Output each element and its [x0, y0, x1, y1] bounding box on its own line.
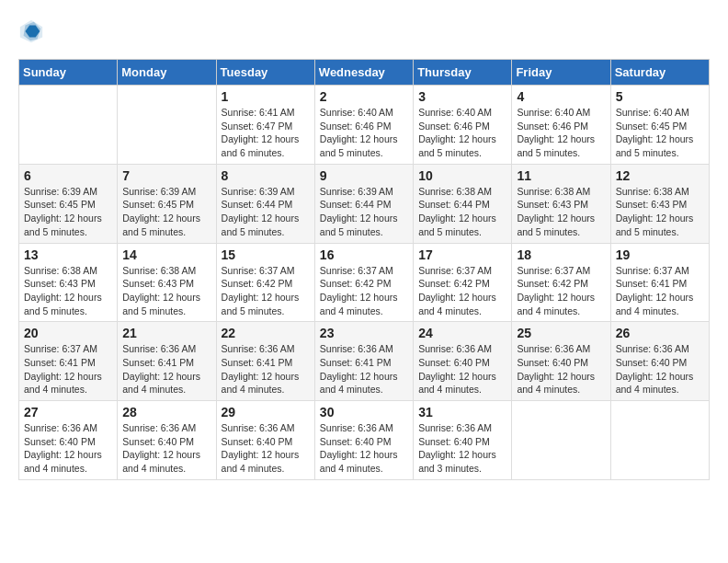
weekday-header-wednesday: Wednesday [314, 60, 413, 86]
calendar-cell: 2Sunrise: 6:40 AM Sunset: 6:46 PM Daylig… [314, 86, 413, 165]
day-info: Sunrise: 6:36 AM Sunset: 6:41 PM Dayligh… [222, 342, 310, 396]
day-number: 22 [222, 326, 310, 340]
calendar-cell [610, 401, 709, 480]
calendar-cell: 15Sunrise: 6:37 AM Sunset: 6:42 PM Dayli… [216, 243, 314, 322]
calendar-cell: 1Sunrise: 6:41 AM Sunset: 6:47 PM Daylig… [216, 86, 314, 165]
day-info: Sunrise: 6:36 AM Sunset: 6:40 PM Dayligh… [418, 421, 506, 476]
weekday-header-monday: Monday [118, 60, 216, 86]
week-row-1: 6Sunrise: 6:39 AM Sunset: 6:45 PM Daylig… [19, 164, 710, 243]
calendar-cell: 9Sunrise: 6:39 AM Sunset: 6:44 PM Daylig… [314, 164, 413, 243]
calendar-cell [118, 86, 216, 165]
week-row-4: 27Sunrise: 6:36 AM Sunset: 6:40 PM Dayli… [19, 401, 710, 480]
day-info: Sunrise: 6:36 AM Sunset: 6:40 PM Dayligh… [24, 421, 112, 476]
day-info: Sunrise: 6:36 AM Sunset: 6:41 PM Dayligh… [320, 342, 408, 396]
day-number: 7 [122, 168, 210, 183]
calendar-cell: 20Sunrise: 6:37 AM Sunset: 6:41 PM Dayli… [19, 322, 118, 401]
weekday-header-tuesday: Tuesday [216, 60, 314, 86]
day-number: 19 [616, 247, 704, 262]
calendar-cell: 11Sunrise: 6:38 AM Sunset: 6:43 PM Dayli… [512, 164, 610, 243]
day-info: Sunrise: 6:39 AM Sunset: 6:45 PM Dayligh… [24, 185, 112, 239]
day-number: 9 [320, 168, 408, 183]
day-info: Sunrise: 6:41 AM Sunset: 6:47 PM Dayligh… [222, 106, 310, 160]
week-row-0: 1Sunrise: 6:41 AM Sunset: 6:47 PM Daylig… [19, 86, 710, 165]
day-info: Sunrise: 6:40 AM Sunset: 6:46 PM Dayligh… [418, 106, 506, 160]
calendar-cell: 7Sunrise: 6:39 AM Sunset: 6:45 PM Daylig… [118, 164, 216, 243]
day-info: Sunrise: 6:36 AM Sunset: 6:40 PM Dayligh… [616, 342, 704, 396]
day-info: Sunrise: 6:36 AM Sunset: 6:41 PM Dayligh… [122, 342, 210, 396]
day-info: Sunrise: 6:39 AM Sunset: 6:44 PM Dayligh… [320, 185, 408, 239]
day-number: 13 [24, 247, 112, 262]
weekday-header-thursday: Thursday [414, 60, 512, 86]
day-info: Sunrise: 6:38 AM Sunset: 6:43 PM Dayligh… [122, 264, 210, 318]
day-number: 18 [517, 247, 605, 262]
day-info: Sunrise: 6:37 AM Sunset: 6:42 PM Dayligh… [320, 264, 408, 318]
calendar-cell: 25Sunrise: 6:36 AM Sunset: 6:40 PM Dayli… [512, 322, 610, 401]
week-row-2: 13Sunrise: 6:38 AM Sunset: 6:43 PM Dayli… [19, 243, 710, 322]
day-number: 10 [418, 168, 506, 183]
day-info: Sunrise: 6:36 AM Sunset: 6:40 PM Dayligh… [320, 421, 408, 476]
calendar-cell: 13Sunrise: 6:38 AM Sunset: 6:43 PM Dayli… [19, 243, 118, 322]
day-number: 23 [320, 326, 408, 340]
day-info: Sunrise: 6:36 AM Sunset: 6:40 PM Dayligh… [122, 421, 210, 476]
weekday-header-row: SundayMondayTuesdayWednesdayThursdayFrid… [19, 60, 710, 86]
day-info: Sunrise: 6:38 AM Sunset: 6:43 PM Dayligh… [616, 185, 704, 239]
day-info: Sunrise: 6:39 AM Sunset: 6:44 PM Dayligh… [222, 185, 310, 239]
day-number: 2 [320, 89, 408, 104]
day-info: Sunrise: 6:37 AM Sunset: 6:41 PM Dayligh… [616, 264, 704, 318]
weekday-header-friday: Friday [512, 60, 610, 86]
day-number: 24 [418, 326, 506, 340]
calendar-cell: 14Sunrise: 6:38 AM Sunset: 6:43 PM Dayli… [118, 243, 216, 322]
page-header [18, 18, 710, 44]
weekday-header-sunday: Sunday [19, 60, 118, 86]
day-number: 12 [616, 168, 704, 183]
day-number: 3 [418, 89, 506, 104]
calendar-cell: 30Sunrise: 6:36 AM Sunset: 6:40 PM Dayli… [314, 401, 413, 480]
calendar-cell: 3Sunrise: 6:40 AM Sunset: 6:46 PM Daylig… [414, 86, 512, 165]
calendar-table: SundayMondayTuesdayWednesdayThursdayFrid… [18, 59, 710, 480]
day-number: 20 [24, 326, 112, 340]
logo-icon [18, 18, 44, 44]
day-number: 15 [222, 247, 310, 262]
day-info: Sunrise: 6:40 AM Sunset: 6:46 PM Dayligh… [320, 106, 408, 160]
calendar-cell: 26Sunrise: 6:36 AM Sunset: 6:40 PM Dayli… [610, 322, 709, 401]
day-info: Sunrise: 6:40 AM Sunset: 6:45 PM Dayligh… [616, 106, 704, 160]
calendar-cell: 19Sunrise: 6:37 AM Sunset: 6:41 PM Dayli… [610, 243, 709, 322]
day-number: 4 [517, 89, 605, 104]
day-info: Sunrise: 6:38 AM Sunset: 6:44 PM Dayligh… [418, 185, 506, 239]
day-number: 8 [222, 168, 310, 183]
day-info: Sunrise: 6:36 AM Sunset: 6:40 PM Dayligh… [222, 421, 310, 476]
day-info: Sunrise: 6:37 AM Sunset: 6:42 PM Dayligh… [222, 264, 310, 318]
day-number: 11 [517, 168, 605, 183]
day-info: Sunrise: 6:38 AM Sunset: 6:43 PM Dayligh… [517, 185, 605, 239]
calendar-cell: 10Sunrise: 6:38 AM Sunset: 6:44 PM Dayli… [414, 164, 512, 243]
day-number: 17 [418, 247, 506, 262]
calendar-cell: 22Sunrise: 6:36 AM Sunset: 6:41 PM Dayli… [216, 322, 314, 401]
calendar-cell: 21Sunrise: 6:36 AM Sunset: 6:41 PM Dayli… [118, 322, 216, 401]
calendar-cell [19, 86, 118, 165]
calendar-cell: 27Sunrise: 6:36 AM Sunset: 6:40 PM Dayli… [19, 401, 118, 480]
calendar-cell: 6Sunrise: 6:39 AM Sunset: 6:45 PM Daylig… [19, 164, 118, 243]
day-info: Sunrise: 6:40 AM Sunset: 6:46 PM Dayligh… [517, 106, 605, 160]
calendar-cell: 8Sunrise: 6:39 AM Sunset: 6:44 PM Daylig… [216, 164, 314, 243]
day-number: 16 [320, 247, 408, 262]
day-info: Sunrise: 6:37 AM Sunset: 6:42 PM Dayligh… [517, 264, 605, 318]
week-row-3: 20Sunrise: 6:37 AM Sunset: 6:41 PM Dayli… [19, 322, 710, 401]
calendar-cell: 4Sunrise: 6:40 AM Sunset: 6:46 PM Daylig… [512, 86, 610, 165]
weekday-header-saturday: Saturday [610, 60, 709, 86]
day-info: Sunrise: 6:37 AM Sunset: 6:41 PM Dayligh… [24, 342, 112, 396]
day-info: Sunrise: 6:36 AM Sunset: 6:40 PM Dayligh… [418, 342, 506, 396]
day-number: 25 [517, 326, 605, 340]
calendar-cell: 31Sunrise: 6:36 AM Sunset: 6:40 PM Dayli… [414, 401, 512, 480]
calendar-cell: 5Sunrise: 6:40 AM Sunset: 6:45 PM Daylig… [610, 86, 709, 165]
day-number: 1 [222, 89, 310, 104]
calendar-cell: 17Sunrise: 6:37 AM Sunset: 6:42 PM Dayli… [414, 243, 512, 322]
calendar-cell: 18Sunrise: 6:37 AM Sunset: 6:42 PM Dayli… [512, 243, 610, 322]
calendar-cell: 28Sunrise: 6:36 AM Sunset: 6:40 PM Dayli… [118, 401, 216, 480]
day-number: 26 [616, 326, 704, 340]
day-number: 14 [122, 247, 210, 262]
calendar-cell [512, 401, 610, 480]
day-number: 6 [24, 168, 112, 183]
logo [18, 18, 48, 44]
calendar-cell: 16Sunrise: 6:37 AM Sunset: 6:42 PM Dayli… [314, 243, 413, 322]
day-info: Sunrise: 6:36 AM Sunset: 6:40 PM Dayligh… [517, 342, 605, 396]
